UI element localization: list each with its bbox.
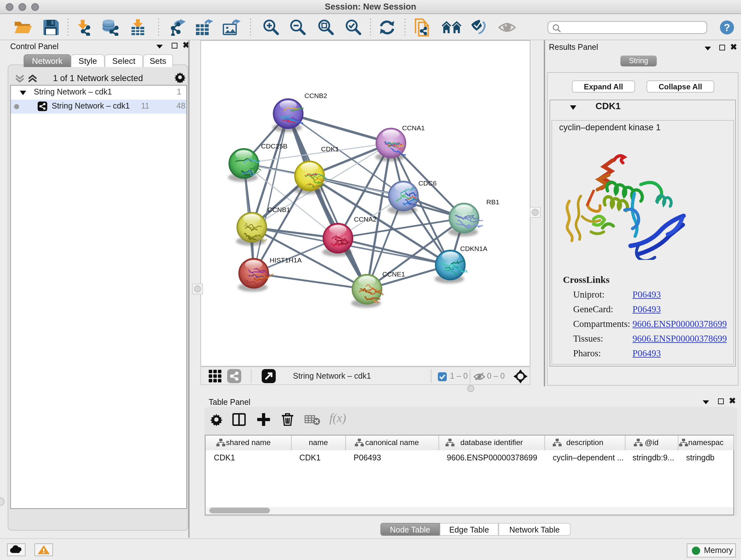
svg-text:CCNE1: CCNE1	[382, 270, 405, 278]
svg-text:RB1: RB1	[486, 198, 499, 206]
svg-text:CDKN1A: CDKN1A	[460, 245, 487, 252]
svg-text:CDC25B: CDC25B	[261, 142, 287, 150]
svg-text:CCNB1: CCNB1	[267, 206, 290, 213]
svg-text:HIST1H1A: HIST1H1A	[270, 256, 301, 264]
svg-text:CDC6: CDC6	[418, 179, 436, 187]
svg-text:CCNA1: CCNA1	[402, 124, 425, 132]
svg-text:CCNB2: CCNB2	[305, 92, 327, 99]
svg-text:CCNA2: CCNA2	[354, 215, 377, 223]
svg-text:CDK1: CDK1	[321, 145, 339, 152]
svg-text:?: ?	[724, 22, 730, 33]
